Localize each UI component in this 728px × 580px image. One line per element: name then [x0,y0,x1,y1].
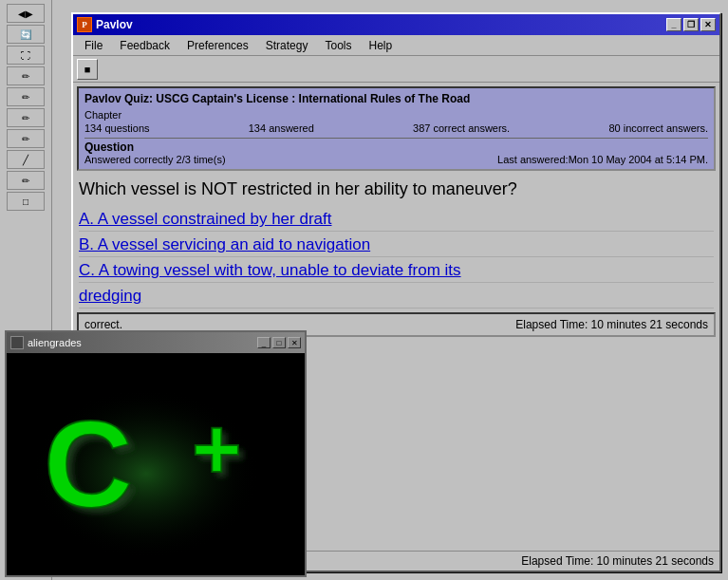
quiz-header: Pavlov Quiz: USCG Captain's License : In… [77,86,716,171]
toolbar: ■ [73,56,719,83]
cplus-logo-svg: C C + + C + [23,365,289,564]
pavlov-titlebar: P Pavlov _ ❐ ✕ [73,14,719,35]
alien-window-title: aliengrades [28,337,82,348]
alien-app-icon [10,336,24,349]
sidebar-icon-6[interactable]: ✏ [7,108,45,127]
alien-window: aliengrades _ □ ✕ [5,330,307,577]
answer-c[interactable]: C. A towing vessel with tow, unable to d… [79,259,714,283]
alien-close-button[interactable]: ✕ [288,337,301,348]
incorrect-count: 80 incorrect answers. [608,122,708,134]
sidebar-icon-4[interactable]: ✏ [7,66,45,85]
svg-text:+: + [192,402,242,496]
elapsed-time: Elapsed Time: 10 minutes 21 seconds [515,318,708,331]
correct-count: 387 correct answers. [413,122,510,134]
answer-b[interactable]: B. A vessel servicing an aid to navigati… [79,234,714,257]
background-window: ◀▶ 🔄 ⛶ ✏ ✏ ✏ ✏ ╱ ✏ □ P Pavlov _ ❐ ✕ [0,0,728,580]
menu-preferences[interactable]: Preferences [179,37,256,54]
questions-count: 134 questions [84,122,150,134]
sidebar-icon-8[interactable]: ╱ [7,150,45,169]
question-text: Which vessel is NOT restricted in her ab… [79,178,714,200]
close-button[interactable]: ✕ [700,18,716,31]
menu-tools[interactable]: Tools [317,37,359,54]
sidebar-icon-2[interactable]: 🔄 [7,25,45,44]
quiz-title: Pavlov Quiz: USCG Captain's License : In… [84,92,708,105]
app-icon: P [77,17,92,32]
alien-titlebar-left: aliengrades [10,336,82,349]
elapsed-status: Elapsed Time: 10 minutes 21 seconds [521,554,714,568]
alien-titlebar-buttons: _ □ ✕ [257,337,301,348]
toolbar-button-1[interactable]: ■ [77,59,98,80]
sidebar-icon-5[interactable]: ✏ [7,87,45,106]
question-meta: Answered correctly 2/3 time(s) Last answ… [84,154,708,165]
menubar: File Feedback Preferences Strategy Tools… [73,35,719,56]
quiz-content: Which vessel is NOT restricted in her ab… [73,178,719,337]
window-title: Pavlov [96,18,133,31]
answered-count: 134 answered [249,122,314,134]
menu-help[interactable]: Help [361,37,400,54]
question-label: Question [84,140,708,154]
chapter-stats-row: Chapter [84,109,708,121]
menu-feedback[interactable]: Feedback [112,37,177,54]
last-answered: Last answered:Mon 10 May 2004 at 5:14 PM… [497,154,708,165]
sidebar-icon-3[interactable]: ⛶ [7,46,45,65]
answered-correctly: Answered correctly 2/3 time(s) [84,154,226,165]
svg-text:C: C [44,395,133,533]
restore-button[interactable]: ❐ [683,18,699,31]
question-section: Question Answered correctly 2/3 time(s) … [84,138,708,165]
alien-minimize-button[interactable]: _ [257,337,271,348]
minimize-button[interactable]: _ [666,18,681,31]
sidebar-icon-10[interactable]: □ [7,192,45,211]
answer-a[interactable]: A. A vessel constrained by her draft [79,208,714,232]
alien-restore-button[interactable]: □ [272,337,286,348]
alien-content: C C + + C + [7,353,305,575]
sidebar-icon-9[interactable]: ✏ [7,171,45,190]
sidebar-icon-1[interactable]: ◀▶ [7,4,45,23]
alien-titlebar: aliengrades _ □ ✕ [7,332,305,353]
menu-file[interactable]: File [77,37,110,54]
sidebar-icon-7[interactable]: ✏ [7,129,45,148]
chapter-label: Chapter [84,109,121,121]
titlebar-buttons: _ ❐ ✕ [666,18,716,31]
menu-strategy[interactable]: Strategy [258,37,316,54]
answer-d[interactable]: dredging [79,285,714,309]
chapter-numbers-row: 134 questions 134 answered 387 correct a… [84,122,708,134]
titlebar-left: P Pavlov [77,17,133,32]
